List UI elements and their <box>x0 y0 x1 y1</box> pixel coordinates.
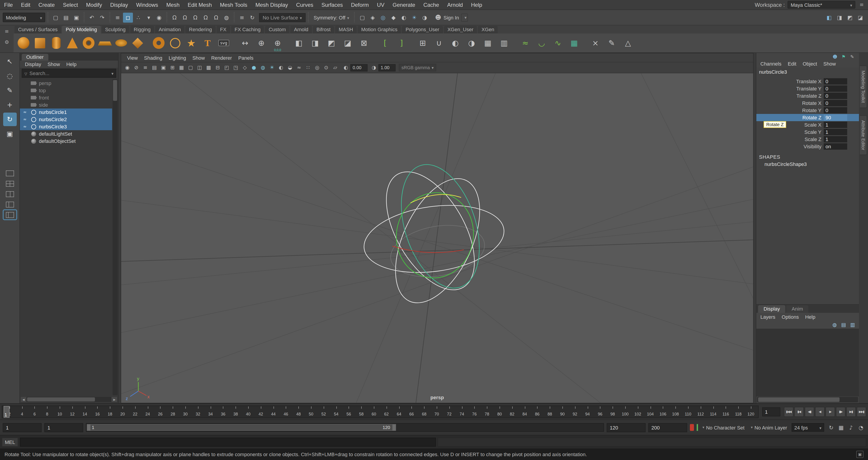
annotate-icon[interactable]: ✎ <box>849 53 855 60</box>
shelf-remesh-icon[interactable]: ▦ <box>480 34 496 52</box>
outliner-search[interactable]: Search... <box>22 69 116 78</box>
layer-menu-layers[interactable]: Layers <box>757 314 778 319</box>
outliner-item-nurbscircle2[interactable]: ≈ nurbsCircle2 <box>20 116 112 123</box>
outliner-item-front[interactable]: front <box>20 94 112 101</box>
sign-in-menu-icon[interactable] <box>461 13 468 22</box>
shelf-poly-cylinder-icon[interactable] <box>48 34 64 52</box>
menu-edit-mesh[interactable]: Edit Mesh <box>184 0 216 9</box>
layout-single-button[interactable] <box>3 168 16 178</box>
shelf-lattice-icon[interactable]: ▦ <box>566 34 582 52</box>
shelf-bevel-icon[interactable]: ◡ <box>533 34 550 52</box>
sidebar-tab-modeling-toolkit[interactable]: Modeling Toolkit <box>860 66 867 108</box>
save-scene-icon[interactable]: ▣ <box>71 12 81 22</box>
range-slider-range[interactable]: 1 120 <box>87 424 396 431</box>
redo-icon[interactable]: ↷ <box>97 12 107 22</box>
shelf-sweep-mesh-icon[interactable]: ≈ <box>517 34 533 52</box>
animation-start-field[interactable]: 1 <box>3 423 41 432</box>
channel-rotate-y-value[interactable]: 0 <box>824 107 847 114</box>
shelf-tab-motion-graphics[interactable]: Motion Graphics <box>358 26 401 33</box>
screen-space-ao-icon[interactable]: ◒ <box>286 63 294 72</box>
shelf-type-tool-icon[interactable]: T <box>199 34 216 52</box>
outliner-item-nurbscircle3[interactable]: ≈ nurbsCircle3 <box>20 123 112 130</box>
channel-scale-z[interactable]: Scale Z 1 <box>756 135 859 143</box>
shelf-poly-torus-icon[interactable] <box>81 34 97 52</box>
channel-scale-x-value[interactable]: 1 <box>824 122 847 128</box>
shelf-tab-custom[interactable]: Custom <box>265 26 289 33</box>
play-backwards-button[interactable]: ◀ <box>815 407 825 417</box>
camera-attributes-icon[interactable]: ≡ <box>141 63 150 72</box>
play-forwards-button[interactable]: ▶ <box>826 407 835 417</box>
new-layer-from-selected-icon[interactable]: ▥ <box>849 321 856 328</box>
channel-label[interactable]: Rotate Z <box>802 115 822 120</box>
channel-translate-y-value[interactable]: 0 <box>824 86 847 92</box>
channel-scale-z-value[interactable]: 1 <box>824 136 847 143</box>
menu-create[interactable]: Create <box>34 0 59 9</box>
rotate-tool-icon[interactable]: ↻ <box>3 113 17 126</box>
new-empty-layer-icon[interactable]: ▤ <box>840 321 847 328</box>
menu-curves[interactable]: Curves <box>292 0 317 9</box>
shelf-nurbs-circle-icon[interactable] <box>167 34 183 52</box>
playback-start-field[interactable]: 1 <box>44 423 83 432</box>
outliner-item-defaultlightset[interactable]: defaultLightSet <box>20 130 112 137</box>
channel-label[interactable]: Rotate X <box>802 100 822 106</box>
gate-mask-icon[interactable]: ▩ <box>204 63 213 72</box>
channel-label[interactable]: Translate Z <box>797 93 822 98</box>
exposure-field[interactable]: 0.00 <box>350 64 368 71</box>
channel-translate-z-value[interactable]: 0 <box>824 93 847 99</box>
layout-three-button[interactable] <box>3 200 16 209</box>
channel-visibility-value[interactable]: on <box>824 143 847 150</box>
smooth-shade-icon[interactable]: ● <box>250 63 258 72</box>
shelf-measure-distance-icon[interactable]: ↔ <box>237 34 253 52</box>
fps-selector[interactable]: 24 fps <box>792 423 824 432</box>
scale-tool-icon[interactable]: ▣ <box>3 127 17 141</box>
workspace-options-icon[interactable]: ≡ <box>858 1 865 8</box>
shelf-tab-sculpting[interactable]: Sculpting <box>101 26 129 33</box>
highlight-selection-icon[interactable]: ◉ <box>154 12 164 22</box>
toggle-tool-settings-icon[interactable]: ◩ <box>845 12 855 22</box>
toggle-channel-box-icon[interactable]: ◪ <box>855 12 865 22</box>
shelf-boolean-difference-icon[interactable]: ◪ <box>340 34 356 52</box>
shelf-poly-pipe-icon[interactable] <box>151 34 167 52</box>
viewport-menu-show[interactable]: Show <box>189 55 208 60</box>
layer-menu-help[interactable]: Help <box>802 314 818 319</box>
construction-history-icon[interactable]: ↻ <box>247 12 257 22</box>
shelf-poly-cube-icon[interactable] <box>32 34 48 52</box>
scroll-left-icon[interactable]: ◀ <box>21 397 26 402</box>
outliner-menu-show[interactable]: Show <box>44 61 63 67</box>
tab-anim[interactable]: Anim <box>786 305 808 313</box>
shape-name[interactable]: nurbsCircleShape3 <box>756 160 859 167</box>
shelf-boolean-intersection-icon[interactable]: ⊠ <box>356 34 372 52</box>
outliner-item-defaultobjectset[interactable]: defaultObjectSet <box>20 137 112 145</box>
shelf-mirror-icon[interactable]: ◑ <box>463 34 480 52</box>
viewport-menu-shading[interactable]: Shading <box>141 55 165 60</box>
viewport-menu-lighting[interactable]: Lighting <box>165 55 189 60</box>
scroll-right-icon[interactable]: ▶ <box>112 397 117 402</box>
open-render-view-icon[interactable]: ▢ <box>358 12 367 22</box>
exposure-icon[interactable]: ◐ <box>342 65 349 70</box>
command-line-mode[interactable]: MEL <box>2 437 18 447</box>
shelf-tab-arnold[interactable]: Arnold <box>290 26 312 33</box>
shadows-icon[interactable]: ◐ <box>277 63 285 72</box>
shelf-separate-icon[interactable]: ◨ <box>307 34 323 52</box>
menu-modify[interactable]: Modify <box>82 0 106 9</box>
snap-to-grid-icon[interactable]: Ω <box>169 12 180 22</box>
selection-mask-icon[interactable]: ▾ <box>144 12 154 22</box>
make-live-icon[interactable]: ◍ <box>221 12 231 22</box>
channel-translate-x-value[interactable]: 0 <box>824 78 847 85</box>
menu-set-selector[interactable]: Modeling <box>3 13 45 22</box>
image-plane-icon[interactable]: ▣ <box>159 63 168 72</box>
channel-box-menu-channels[interactable]: Channels <box>757 61 784 66</box>
scroll-thumb[interactable] <box>758 397 839 402</box>
select-camera-icon[interactable]: ◉ <box>123 63 131 72</box>
workspace-selector[interactable]: Maya Classic* <box>787 1 855 8</box>
bookmark-icon[interactable] <box>690 424 694 431</box>
shelf-tab-animation[interactable]: Animation <box>155 26 184 33</box>
channel-label[interactable]: Visibility <box>804 144 822 149</box>
shelf-tab-fx[interactable]: FX <box>217 26 230 33</box>
undo-icon[interactable]: ↶ <box>87 12 97 22</box>
x-ray-icon[interactable]: ▱ <box>331 63 340 72</box>
current-frame-field[interactable]: 1 <box>762 407 780 416</box>
character-set-selector[interactable]: No Character Set <box>701 425 746 430</box>
menu-arnold[interactable]: Arnold <box>443 0 467 9</box>
shelf-create-polygon-icon[interactable]: △ <box>620 34 636 52</box>
